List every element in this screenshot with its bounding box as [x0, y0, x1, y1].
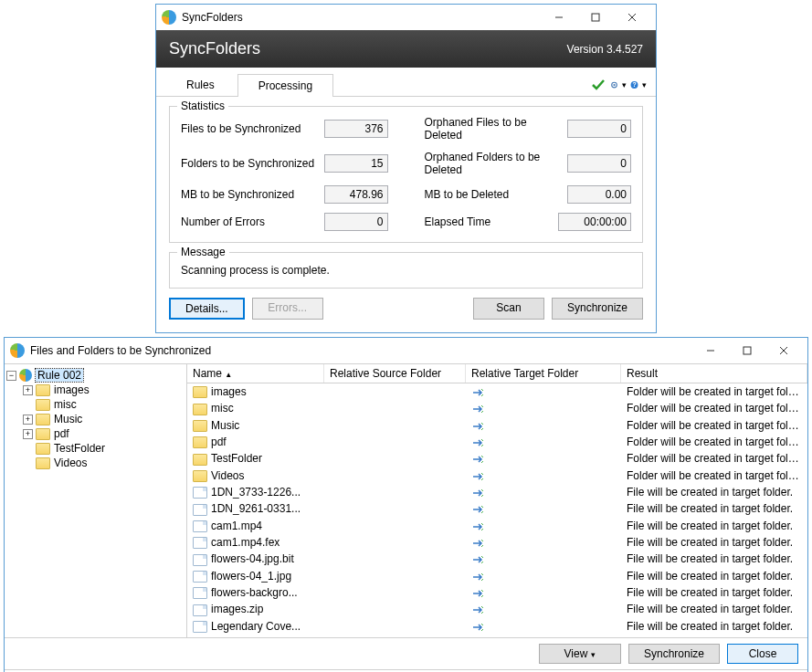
- close-button[interactable]: [614, 6, 650, 28]
- synchronize-button[interactable]: Synchronize: [628, 644, 720, 664]
- tree-node[interactable]: misc: [6, 397, 185, 412]
- list-row[interactable]: misc Folder will be created in target fo…: [187, 400, 807, 416]
- tree-node-label: images: [54, 383, 90, 396]
- list-row[interactable]: Legendary Cove... File will be created i…: [187, 618, 807, 635]
- col-result[interactable]: Result: [621, 364, 807, 383]
- item-result: File will be created in target folder.: [621, 569, 807, 583]
- tab-processing[interactable]: Processing: [237, 74, 333, 97]
- sync-arrow-icon: [471, 538, 486, 549]
- sync-arrow-icon: [471, 471, 486, 482]
- maximize-button[interactable]: [577, 6, 614, 28]
- maximize-button[interactable]: [729, 340, 765, 362]
- collapse-icon[interactable]: −: [6, 371, 16, 381]
- svg-rect-9: [743, 347, 751, 354]
- file-icon: [193, 621, 207, 633]
- list-row[interactable]: pdf Folder will be created in target fol…: [187, 434, 807, 450]
- message-text: Scanning process is complete.: [181, 262, 631, 277]
- expand-icon[interactable]: +: [23, 429, 33, 439]
- orphaned-files-label: Orphaned Files to be Deleted: [425, 116, 568, 142]
- expand-icon[interactable]: +: [23, 385, 33, 395]
- help-icon[interactable]: ?▾: [630, 77, 647, 93]
- list-row[interactable]: cam1.mp4.fex File will be created in tar…: [187, 534, 807, 551]
- expand-icon[interactable]: +: [23, 415, 33, 425]
- banner-title: SyncFolders: [169, 39, 260, 58]
- minimize-button[interactable]: [541, 6, 577, 28]
- list-row[interactable]: TestFolder Folder will be created in tar…: [187, 450, 807, 467]
- sync-arrow-icon: [471, 588, 486, 599]
- list-row[interactable]: images Folder will be created in target …: [187, 383, 807, 400]
- item-result: File will be created in target folder.: [621, 485, 807, 499]
- version-label: Version 3.4.527: [567, 43, 643, 56]
- elapsed-value: 00:00:00: [558, 213, 631, 231]
- tree-root[interactable]: − Rule 002: [6, 368, 185, 383]
- synchronize-button[interactable]: Synchronize: [552, 298, 643, 320]
- list-row[interactable]: Music Folder will be created in target f…: [187, 417, 807, 434]
- close-button[interactable]: [765, 340, 802, 362]
- tab-bar: Rules Processing ▾ ?▾: [156, 68, 656, 97]
- gear-icon[interactable]: ▾: [610, 77, 627, 93]
- details-button[interactable]: Details...: [169, 298, 245, 320]
- col-name[interactable]: Name ▲: [187, 364, 324, 383]
- sync-arrow-icon: [471, 604, 486, 615]
- col-source[interactable]: Relative Source Folder: [324, 364, 466, 383]
- errors-value: 0: [324, 213, 388, 231]
- statistics-group: Statistics Files to be Synchronized376 O…: [169, 106, 643, 243]
- list-row[interactable]: 1DN_9261-0331... File will be created in…: [187, 500, 807, 517]
- list-row[interactable]: flowers-04.jpg.bit File will be created …: [187, 551, 807, 567]
- titlebar[interactable]: Files and Folders to be Synchronized: [5, 338, 807, 363]
- expand-icon[interactable]: [23, 458, 33, 468]
- item-name: flowers-04.jpg.bit: [211, 552, 294, 565]
- tree-node[interactable]: +pdf: [6, 426, 185, 441]
- list-row[interactable]: flowers-04_1.jpg File will be created in…: [187, 568, 807, 584]
- chevron-down-icon: ▾: [642, 80, 647, 89]
- tree-node[interactable]: Videos: [6, 456, 185, 470]
- view-button[interactable]: View▾: [539, 644, 621, 664]
- minimize-button[interactable]: [692, 340, 729, 362]
- tree-root-label[interactable]: Rule 002: [36, 369, 83, 382]
- message-legend: Message: [177, 246, 229, 258]
- sync-arrow-icon: [471, 454, 486, 465]
- item-name: misc: [211, 402, 234, 415]
- statistics-legend: Statistics: [177, 100, 228, 112]
- folder-icon: [36, 384, 50, 396]
- list-row[interactable]: images.zip File will be created in targe…: [187, 601, 807, 617]
- list-header[interactable]: Name ▲ Relative Source Folder Relative T…: [187, 364, 807, 383]
- close-button[interactable]: Close: [727, 644, 798, 664]
- scan-button[interactable]: Scan: [473, 298, 544, 320]
- folders-sync-value: 15: [324, 154, 388, 173]
- files-sync-value: 376: [324, 120, 388, 138]
- titlebar[interactable]: SyncFolders: [156, 5, 656, 30]
- errors-button: Errors...: [252, 298, 323, 320]
- tree-node[interactable]: +images: [6, 383, 185, 397]
- sync-arrow-icon: [471, 572, 486, 583]
- expand-icon[interactable]: [23, 400, 33, 410]
- mb-sync-value: 478.96: [324, 185, 388, 204]
- tree-node[interactable]: TestFolder: [6, 441, 185, 456]
- tree-panel[interactable]: − Rule 002 +imagesmisc+Music+pdfTestFold…: [5, 364, 187, 637]
- file-icon: [193, 604, 207, 616]
- tree-node[interactable]: +Music: [6, 412, 185, 426]
- folder-icon: [193, 420, 207, 432]
- list-row[interactable]: flowers-backgro... File will be created …: [187, 584, 807, 601]
- sync-arrow-icon: [471, 404, 486, 415]
- folder-icon: [36, 443, 50, 455]
- syncfolders-main-window: SyncFolders SyncFolders Version 3.4.527 …: [155, 4, 657, 333]
- item-result: Folder will be created in target folder.: [621, 468, 807, 483]
- list-panel[interactable]: Name ▲ Relative Source Folder Relative T…: [187, 364, 807, 637]
- sync-arrow-icon: [471, 504, 486, 515]
- expand-icon[interactable]: [23, 444, 33, 454]
- list-row[interactable]: 1DN_3733-1226... File will be created in…: [187, 484, 807, 500]
- item-result: Folder will be created in target folder.: [621, 418, 807, 433]
- list-row[interactable]: Videos Folder will be created in target …: [187, 467, 807, 484]
- check-icon[interactable]: [590, 77, 606, 93]
- sync-arrow-icon: [471, 387, 486, 398]
- list-row[interactable]: cam1.mp4 File will be created in target …: [187, 518, 807, 534]
- item-result: File will be created in target folder.: [621, 535, 807, 550]
- item-result: File will be created in target folder.: [621, 602, 807, 616]
- mb-deleted-value: 0.00: [567, 185, 631, 204]
- col-target[interactable]: Relative Target Folder: [466, 364, 621, 383]
- folder-icon: [193, 470, 207, 482]
- errors-label: Number of Errors: [181, 215, 324, 228]
- tab-rules[interactable]: Rules: [165, 73, 236, 96]
- rule-icon: [19, 369, 32, 382]
